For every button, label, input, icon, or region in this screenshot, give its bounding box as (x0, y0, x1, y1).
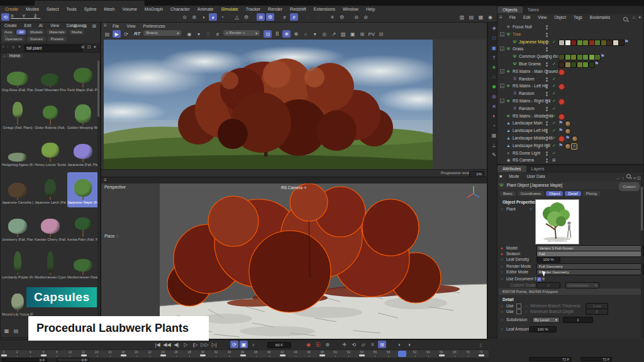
flag-tag-icon[interactable]: ⚑ (558, 119, 563, 127)
plant-asset-tile[interactable]: Japanese Camellia (Fal... (2, 172, 33, 207)
material-tag[interactable] (565, 143, 571, 150)
texture-swatch[interactable] (577, 54, 583, 60)
visibility-dots[interactable] (546, 99, 548, 104)
rgb-channel-icon[interactable]: ◉ (185, 30, 193, 38)
stop-tag-icon[interactable] (558, 99, 565, 105)
go-end-icon[interactable]: ▷| (210, 341, 218, 348)
attr-tab-phong[interactable]: Phong (583, 191, 600, 196)
snapshot-icon[interactable]: ▤ (103, 30, 111, 38)
visibility-dots[interactable] (546, 136, 548, 141)
focus-icon[interactable]: ◎ (320, 30, 328, 38)
visibility-dots[interactable] (546, 32, 548, 38)
rec-param-icon[interactable]: ≡ (369, 341, 377, 348)
flag-tag-icon[interactable]: ⚑ (601, 53, 605, 60)
plant-asset-tile[interactable]: Field Maple (Fall, Plant) (67, 60, 97, 95)
playhead[interactable] (398, 351, 406, 357)
object-row-landscape-main[interactable]: ▲Landscape Main✓⚑ (497, 119, 643, 127)
plant-asset-tile[interactable]: Jacaranda (Fall, Plant) (67, 134, 97, 170)
objects-tab-objects[interactable]: Objects (497, 6, 523, 13)
flag-tag-icon[interactable]: ⚑ (594, 60, 599, 68)
material-tag[interactable] (572, 136, 578, 142)
menu-select[interactable]: Select (43, 6, 62, 13)
texture-swatch[interactable] (589, 40, 595, 46)
flag-tag-icon[interactable]: ⚑ (625, 38, 629, 46)
menu-simulate[interactable]: Simulate (217, 6, 242, 13)
object-row-random[interactable]: ⠿Random✓ (497, 105, 643, 112)
texture-swatch[interactable] (582, 54, 589, 60)
pv-icon[interactable]: PV (367, 30, 375, 38)
enabled-check-icon[interactable]: ✓ (552, 40, 556, 45)
crop-icon[interactable]: # (213, 30, 221, 38)
copy-icon[interactable]: ⊟ (377, 30, 385, 38)
cloth-grid-icon[interactable]: # (280, 13, 289, 21)
plant-asset-tile[interactable]: Lombardy Poplar (Fall... (2, 247, 33, 282)
texture-swatch[interactable] (582, 40, 589, 46)
snapshot-snap-icon[interactable]: ❄ (282, 30, 291, 38)
asset-tab-auto[interactable]: Auto (2, 30, 14, 35)
mode-icon[interactable]: ■ (497, 174, 504, 178)
dynamics-a-icon[interactable]: ⊙ (180, 13, 189, 21)
object-row-random[interactable]: ⠿Random✓ (497, 75, 643, 83)
texture-swatch[interactable] (565, 62, 571, 68)
region-caret-icon[interactable]: ▾ (311, 30, 319, 38)
enabled-check-icon[interactable]: ✓ (552, 62, 556, 67)
enabled-check-icon[interactable]: ✓ (552, 106, 556, 111)
custom-button[interactable]: Custom (619, 182, 640, 191)
viewport-3d-view[interactable] (101, 184, 487, 339)
plant-asset-tile[interactable]: Japanese Larch (Fall, Pl... (35, 172, 66, 207)
menu-mograph[interactable]: MoGraph (141, 6, 167, 13)
range-end-field-2[interactable]: 72 F (580, 357, 612, 361)
editor-mode-dropdown[interactable]: Render Geometry (536, 269, 643, 275)
texture-swatch[interactable] (589, 62, 595, 68)
visibility-dots[interactable] (546, 121, 548, 126)
object-row-rs-dome-light[interactable]: ◐RS Dome Light✓ (497, 150, 643, 157)
menu-mesh[interactable]: Mesh (100, 6, 118, 13)
axis-tool-icon[interactable]: ∟ (33, 13, 42, 21)
attr-tab-object[interactable]: Object (546, 191, 563, 196)
pass-dropdown[interactable]: Beauty ▾ (143, 30, 181, 36)
render-view-icon[interactable]: ▥ (458, 13, 466, 21)
texture-swatch[interactable] (577, 40, 583, 46)
enabled-check-icon[interactable]: ✓ (552, 99, 556, 104)
undo-icon[interactable]: ⟲ (1, 13, 9, 21)
plant-asset-tile[interactable]: Dog-Rose (Fall, Plant) (2, 60, 33, 95)
menu-help[interactable]: Help (362, 6, 379, 13)
filter-icon[interactable]: ≡ (633, 176, 636, 180)
prev-frame-icon[interactable]: ◀| (172, 341, 180, 348)
rgb-caret-icon[interactable]: ▾ (194, 30, 203, 38)
autokey-icon[interactable]: ⊞ (378, 341, 386, 348)
render-queue-icon[interactable]: ▦ (477, 13, 485, 21)
attr-tab-detail[interactable]: Detail (565, 191, 580, 196)
expander-icon[interactable]: − (500, 47, 504, 51)
visibility-dots[interactable] (546, 143, 548, 149)
dither-icon[interactable]: ⠿ (273, 30, 281, 38)
search-options-icon[interactable]: ▾ (94, 45, 96, 50)
texture-swatch[interactable] (594, 54, 601, 60)
key-range-icon[interactable]: ⊻ (477, 341, 485, 349)
asset-subtab-presets[interactable]: Presets (48, 36, 67, 41)
object-row-landscape-middle-hill[interactable]: ▲Landscape Middle Hill✓⚑ (497, 134, 643, 142)
enabled-check-icon[interactable]: ✓ (552, 128, 556, 133)
menu-window[interactable]: Window (339, 6, 362, 13)
texture-swatch[interactable] (606, 40, 613, 46)
object-row-rs-matrix-middle-hill[interactable]: ✳RS Matrix - Middle Hill✓ (497, 112, 643, 120)
plant-asset-tile[interactable]: Mediterranean Cypres... (35, 247, 66, 282)
lock-icon[interactable]: ⊡ (264, 30, 272, 38)
attributes-scrollbar[interactable] (641, 174, 643, 356)
object-row-common-quaking-grass[interactable]: ΨCommon Quaking Grass✓⚑ (497, 53, 643, 60)
plant-asset-tile[interactable]: Hedgehog Agave (Fall... (2, 134, 33, 170)
keyframe-icon[interactable]: ⊛ (323, 341, 331, 348)
subdivision-mode-dropdown[interactable]: By Level ▾ (532, 317, 560, 323)
enabled-check-icon[interactable]: ✓ (552, 77, 556, 82)
object-row-focus-null[interactable]: ✛Focus Null (497, 23, 643, 31)
expander-icon[interactable]: − (500, 69, 504, 74)
popout-icon[interactable]: ⊞ (90, 22, 98, 30)
visibility-dots[interactable] (546, 47, 548, 52)
object-row-rs-matrix-right-hill[interactable]: −✳RS Matrix - Right Hill✓ (497, 97, 643, 105)
object-row-random[interactable]: ⠿Random✓ (497, 90, 643, 97)
visibility-dots[interactable] (546, 62, 548, 67)
use-min-branch-checkbox[interactable] (516, 304, 521, 309)
material-tag[interactable] (565, 121, 571, 127)
disabled-a-icon[interactable]: ◌ (304, 13, 313, 21)
texture-swatch[interactable] (565, 54, 571, 60)
